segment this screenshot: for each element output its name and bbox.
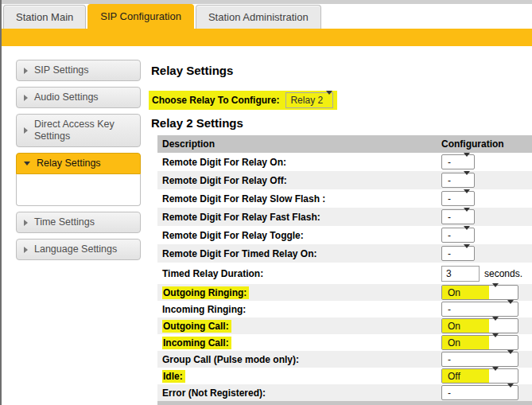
sidebar-item-language-settings[interactable]: Language Settings [16, 239, 141, 260]
row-configuration-cell: - [441, 352, 532, 367]
config-select[interactable]: - [441, 385, 518, 400]
row-label: Incoming Call: [157, 337, 441, 349]
table-row: Remote Digit For Relay Fast Flash:- [157, 208, 532, 226]
row-label: Remote Digit For Relay Fast Flash: [157, 212, 441, 223]
row-label-text: Timed Relay Duration: [162, 268, 263, 279]
row-configuration-cell: - [441, 191, 532, 206]
chevron-down-icon [489, 371, 503, 382]
row-label: Remote Digit For Relay Toggle: [157, 230, 441, 241]
config-select[interactable]: - [441, 246, 475, 261]
sidebar-item-relay-settings[interactable]: Relay Settings [16, 153, 141, 174]
config-select-value: - [442, 210, 460, 224]
row-configuration-cell: - [441, 385, 532, 400]
chevron-right-icon [24, 95, 28, 101]
table-row: Remote Digit For Timed Relay On:- [157, 244, 532, 263]
config-select-value: On [442, 319, 489, 333]
config-select[interactable]: - [441, 302, 518, 317]
config-select-value: - [442, 302, 504, 316]
table-footer-bar [157, 401, 532, 405]
row-configuration-cell: Off [441, 368, 532, 384]
row-label-text: Error (Not Registered): [162, 387, 266, 399]
config-select-value: - [442, 352, 504, 366]
row-label: Remote Digit For Timed Relay On: [157, 248, 441, 259]
sidebar-item-label: Relay Settings [37, 158, 101, 169]
tab-station-main[interactable]: Station Main [3, 5, 86, 29]
chevron-down-icon [489, 321, 503, 332]
row-label: Remote Digit For Relay On: [157, 157, 441, 168]
table-row: Remote Digit For Relay Toggle:- [157, 226, 532, 244]
row-configuration-cell: - [441, 209, 532, 224]
config-select[interactable]: Off [441, 368, 518, 384]
chevron-down-icon [24, 162, 30, 166]
tab-strip: Station MainSIP ConfigurationStation Adm… [3, 4, 532, 29]
row-label-text: Incoming Call: [162, 337, 231, 349]
chevron-down-icon [460, 230, 474, 241]
chevron-down-icon [460, 193, 474, 204]
row-label-text: Idle: [162, 370, 185, 383]
row-configuration-cell: 3seconds. [441, 266, 532, 282]
duration-input[interactable]: 3 [441, 266, 480, 282]
page-title: Relay Settings [151, 64, 233, 77]
row-configuration-cell: - [441, 228, 532, 243]
config-select[interactable]: - [441, 191, 475, 206]
row-label-text: Remote Digit For Relay Toggle: [162, 230, 304, 241]
window-left-edge [0, 0, 2, 405]
chevron-down-icon [460, 212, 474, 223]
row-configuration-cell: On [441, 285, 532, 300]
relay-select[interactable]: Relay 2 [285, 92, 333, 108]
table-row: Outgoing Call:On [157, 317, 532, 334]
sip-configuration-page: Station MainSIP ConfigurationStation Adm… [0, 0, 532, 405]
row-configuration-cell: - [441, 154, 532, 169]
chevron-down-icon [489, 287, 503, 298]
tab-station-administration[interactable]: Station Administration [196, 5, 321, 29]
chevron-down-icon [504, 354, 518, 365]
config-select[interactable]: - [441, 209, 475, 224]
table-row: Incoming Call:On [157, 334, 532, 351]
sidebar-nav: SIP SettingsAudio SettingsDirect Access … [16, 60, 141, 266]
chevron-right-icon [24, 247, 28, 253]
table-header-row: Description Configuration [157, 135, 532, 153]
sidebar-item-label: Audio Settings [34, 92, 99, 103]
config-select[interactable]: On [441, 318, 518, 333]
config-select-value: - [442, 228, 460, 242]
row-configuration-cell: - [441, 173, 532, 188]
config-select-value: - [442, 247, 460, 260]
column-header-configuration: Configuration [441, 138, 532, 150]
config-select-value: - [442, 173, 460, 187]
chevron-down-icon [504, 304, 518, 315]
row-label-text: Remote Digit For Relay On: [162, 157, 286, 168]
config-select[interactable]: - [441, 228, 475, 243]
config-select[interactable]: On [441, 285, 518, 300]
config-select[interactable]: On [441, 335, 518, 350]
config-select[interactable]: - [441, 154, 475, 169]
config-select-value: Off [442, 369, 489, 383]
config-select-value: - [442, 155, 460, 169]
row-label-text: Remote Digit For Relay Off: [162, 175, 287, 186]
row-configuration-cell: On [441, 335, 532, 350]
sidebar-item-time-settings[interactable]: Time Settings [16, 212, 141, 233]
chevron-right-icon [24, 220, 28, 226]
tab-sip-configuration[interactable]: SIP Configuration [87, 4, 194, 29]
table-row: Timed Relay Duration:3seconds. [157, 263, 532, 284]
sidebar-item-sip-settings[interactable]: SIP Settings [16, 60, 141, 81]
config-select[interactable]: - [441, 352, 518, 367]
sidebar-item-direct-access-key-settings[interactable]: Direct Access Key Settings [16, 114, 141, 147]
config-select-value: On [442, 336, 489, 349]
row-label: Error (Not Registered): [157, 387, 441, 399]
table-row: Remote Digit For Relay Off:- [157, 171, 532, 189]
relay-select-value: Relay 2 [286, 95, 326, 106]
row-configuration-cell: - [441, 302, 532, 317]
row-label: Group Call (Pulse mode only): [157, 354, 441, 365]
config-select[interactable]: - [441, 173, 475, 188]
row-label-text: Remote Digit For Timed Relay On: [162, 248, 316, 259]
table-row: Error (Not Registered):- [157, 384, 532, 401]
row-label: Timed Relay Duration: [157, 268, 441, 279]
sidebar-item-audio-settings[interactable]: Audio Settings [16, 87, 141, 108]
chevron-down-icon [326, 95, 332, 106]
row-label-text: Outgoing Call: [162, 320, 231, 333]
relay-config-table: Description Configuration Remote Digit F… [157, 135, 532, 405]
table-row: Remote Digit For Relay On:- [157, 153, 532, 171]
section-title: Relay 2 Settings [151, 116, 243, 130]
choose-relay-strip: Choose Relay To Configure: Relay 2 [149, 91, 337, 110]
choose-relay-label: Choose Relay To Configure: [152, 95, 279, 106]
